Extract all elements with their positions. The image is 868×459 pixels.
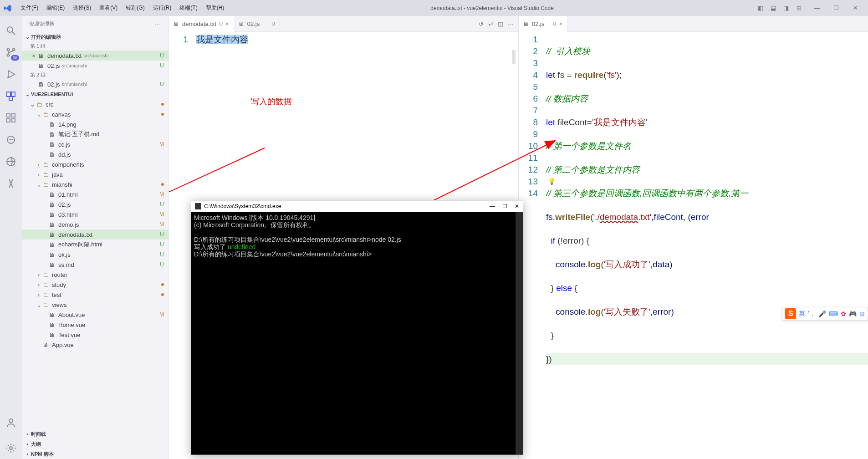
maximize-button[interactable]: ☐ [827, 1, 845, 15]
tree-file[interactable]: 🗎01.htmlM [22, 189, 168, 199]
tree-folder[interactable]: ›🗀java [22, 169, 168, 179]
activity-account[interactable] [0, 412, 22, 434]
sidebar-title: 资源管理器 [29, 20, 154, 27]
tree-folder[interactable]: ⌄🗀canvas [22, 109, 168, 119]
ime-skin-icon[interactable]: ✿ [841, 310, 846, 317]
tree-file[interactable]: 🗎ss.mdU [22, 260, 168, 270]
close-button[interactable]: ✕ [846, 1, 864, 15]
layout-grid-icon[interactable]: ⊞ [794, 4, 803, 13]
activity-debug[interactable] [0, 63, 22, 85]
tree-file[interactable]: 🗎ok.jsU [22, 250, 168, 260]
activity-settings[interactable] [0, 437, 22, 459]
cmd-close[interactable]: ✕ [515, 203, 519, 209]
editor-body[interactable]: 1234567891011121314 // 引入模块 let fs = req… [519, 32, 868, 459]
ime-lang[interactable]: 英 [799, 310, 805, 318]
svg-point-17 [9, 419, 13, 423]
compare-icon[interactable]: ⇄ [488, 20, 493, 27]
tree-file[interactable]: 🗎demodata.txtU [22, 230, 168, 240]
tree-file[interactable]: 🗎03.htmlM [22, 209, 168, 219]
ime-voice-icon[interactable]: 🎤 [818, 310, 826, 317]
tree-folder[interactable]: ⌄🗀views [22, 300, 168, 310]
open-editor-item[interactable]: 🗎 02.js src\mianshi U [22, 61, 168, 71]
svg-rect-7 [7, 92, 10, 97]
tree-file[interactable]: 🗎dd.js [22, 149, 168, 159]
menu-help[interactable]: 帮助(H) [202, 4, 229, 12]
ime-toolbox-icon[interactable]: ⊞ [859, 310, 865, 317]
menu-go[interactable]: 转到(G) [122, 4, 148, 12]
tree-folder[interactable]: ›🗀study [22, 280, 168, 290]
cmd-maximize[interactable]: ☐ [502, 203, 507, 209]
toggle-panel-bottom-icon[interactable]: ⬓ [769, 4, 778, 13]
tree-folder[interactable]: ›🗀components [22, 159, 168, 169]
tab-02js-right[interactable]: 🗎 02.js U × [519, 16, 567, 32]
tree-folder[interactable]: ⌄🗀mianshi [22, 179, 168, 189]
sidebar-explorer: 资源管理器 ⋯ ⌄打开的编辑器 第 1 组 × 🗎 demodata.txt s… [22, 16, 168, 459]
toggle-panel-right-icon[interactable]: ◨ [781, 4, 791, 13]
svg-point-6 [8, 77, 9, 78]
open-editor-item[interactable]: × 🗎 demodata.txt src\mianshi U [22, 51, 168, 61]
svg-point-2 [7, 49, 10, 51]
menu-selection[interactable]: 选择(S) [69, 4, 95, 12]
file-tree: ⌄🗀src⌄🗀canvas🗎14.png🗎笔记·五子棋.md🗎cc.jsM🗎dd… [22, 99, 168, 429]
outline-section[interactable]: ›大纲 [22, 439, 168, 449]
tree-folder[interactable]: ›🗀router [22, 270, 168, 280]
activity-explorer-alt[interactable] [0, 129, 22, 151]
tree-file[interactable]: 🗎14.png [22, 119, 168, 129]
ime-keyboard-icon[interactable]: ⌨ [829, 310, 838, 317]
svg-rect-11 [12, 114, 15, 117]
open-editor-item[interactable]: 🗎 02.js src\mianshi U [22, 79, 168, 89]
code-content[interactable]: // 引入模块 let fs = require('fs'); // 数据内容 … [546, 32, 868, 459]
title-bar: 文件(F) 编辑(E) 选择(S) 查看(V) 转到(G) 运行(R) 终端(T… [0, 0, 868, 16]
tab-demodata[interactable]: 🗎 demodata.txt U × [169, 16, 234, 32]
activity-extensions[interactable] [0, 107, 22, 129]
more-icon[interactable]: ⋯ [508, 20, 514, 27]
tree-folder[interactable]: ⌄🗀src [22, 99, 168, 109]
close-icon[interactable]: × [30, 52, 37, 59]
window-title: demodata.txt - vue2elementui - Visual St… [228, 5, 756, 11]
tab-close-icon[interactable]: × [559, 20, 562, 27]
ime-punct-icon[interactable]: '， [808, 310, 816, 318]
activity-scm[interactable]: 30 [0, 41, 22, 63]
tree-file[interactable]: 🗎Test.vue [22, 330, 168, 340]
ime-game-icon[interactable]: 🎮 [849, 310, 857, 317]
cmd-minimize[interactable]: — [490, 203, 495, 209]
activity-search[interactable] [0, 20, 22, 41]
tree-file[interactable]: 🗎Home.vue [22, 320, 168, 330]
lightbulb-icon[interactable]: 💡 [548, 178, 556, 185]
tab-close-icon[interactable]: × [225, 20, 229, 27]
activity-remote[interactable] [0, 151, 22, 173]
tree-folder[interactable]: ›🗀test [22, 290, 168, 300]
timeline-section[interactable]: ›时间线 [22, 429, 168, 439]
minimize-button[interactable]: — [808, 1, 826, 15]
sidebar-more-icon[interactable]: ⋯ [154, 20, 161, 28]
toggle-panel-left-icon[interactable]: ◧ [756, 4, 765, 13]
tab-02js[interactable]: 🗎 02.js U [234, 16, 280, 32]
activity-explorer[interactable] [0, 85, 22, 107]
tree-file[interactable]: 🗎demo.jsM [22, 219, 168, 230]
activity-ext2[interactable] [0, 173, 22, 194]
svg-rect-9 [9, 97, 13, 100]
cmd-scrollbar[interactable] [516, 212, 523, 454]
menu-run[interactable]: 运行(R) [149, 4, 176, 12]
history-icon[interactable]: ↺ [479, 20, 484, 27]
menu-terminal[interactable]: 终端(T) [175, 4, 201, 12]
cmd-titlebar[interactable]: C:\Windows\System32\cmd.exe — ☐ ✕ [191, 200, 523, 212]
tree-file[interactable]: 🗎02.jsU [22, 199, 168, 209]
tree-file[interactable]: 🗎About.vueM [22, 310, 168, 320]
ime-toolbar[interactable]: S 英 '， 🎤 ⌨ ✿ 🎮 ⊞ [782, 307, 868, 321]
cmd-body[interactable]: Microsoft Windows [版本 10.0.19045.4291] (… [191, 212, 523, 260]
npm-scripts-section[interactable]: ›NPM 脚本 [22, 449, 168, 459]
menu-file[interactable]: 文件(F) [16, 4, 42, 12]
overview-ruler[interactable] [512, 50, 516, 64]
sogou-logo-icon[interactable]: S [785, 308, 796, 319]
cmd-window[interactable]: C:\Windows\System32\cmd.exe — ☐ ✕ Micros… [191, 200, 523, 455]
menu-edit[interactable]: 编辑(E) [42, 4, 69, 12]
tree-file[interactable]: 🗎笔记·五子棋.md [22, 129, 168, 139]
split-icon[interactable]: ◫ [498, 20, 503, 27]
tree-file[interactable]: 🗎cc.jsM [22, 139, 168, 149]
project-section[interactable]: ⌄VUE2ELEMENTUI [22, 89, 168, 99]
tree-file[interactable]: 🗎App.vue [22, 340, 168, 350]
menu-view[interactable]: 查看(V) [95, 4, 122, 12]
open-editors-section[interactable]: ⌄打开的编辑器 [22, 32, 168, 42]
tree-file[interactable]: 🗎echarts间隔.htmlU [22, 240, 168, 250]
